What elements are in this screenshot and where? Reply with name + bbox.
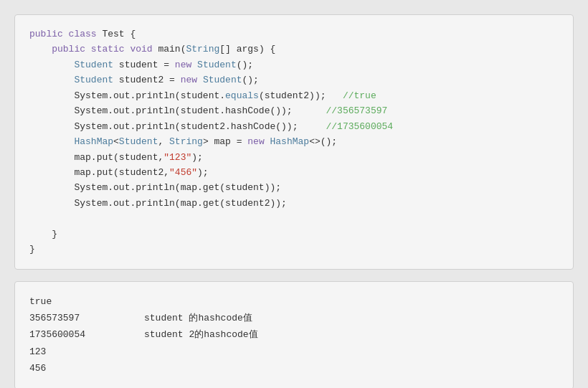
output-line: 123 xyxy=(29,344,559,360)
code-token: ); xyxy=(191,152,203,163)
code-token: //true xyxy=(343,90,376,101)
code-token xyxy=(197,75,203,85)
output-line: 1735600054student 2的hashcode值 xyxy=(29,326,559,343)
code-line: System.out.println(student2.hashCode());… xyxy=(29,119,559,134)
code-token: Student xyxy=(203,75,242,85)
code-line: System.out.println(student.equals(studen… xyxy=(29,88,559,103)
code-token: map.put(student2, xyxy=(74,167,169,178)
code-token: public static void xyxy=(52,44,152,55)
code-token: student2 = xyxy=(113,75,181,85)
code-token: System.out.println(student. xyxy=(74,90,225,101)
output-line: 356573597student 的hashcode值 xyxy=(29,310,559,326)
code-token: } xyxy=(29,244,35,255)
code-line: System.out.println(map.get(student2)); xyxy=(29,196,559,211)
code-token: student = xyxy=(113,60,175,70)
code-token: //1735600054 xyxy=(326,121,393,132)
output-line: 456 xyxy=(29,360,559,377)
code-token: (); xyxy=(242,75,258,85)
code-token: HashMap xyxy=(74,136,113,147)
code-token: main( xyxy=(153,44,186,55)
code-token: public class xyxy=(29,29,97,39)
code-line: System.out.println(student.hashCode()); … xyxy=(29,103,559,118)
output-panel: true356573597student 的hashcode值173560005… xyxy=(14,281,574,388)
output-label: student 2的hashcode值 xyxy=(144,326,559,343)
code-token: //356573597 xyxy=(326,105,387,116)
code-token: Student xyxy=(119,136,158,147)
code-token: String xyxy=(169,136,203,147)
code-line: Student student2 = new Student(); xyxy=(29,72,559,87)
code-token: < xyxy=(113,136,119,147)
code-token: String xyxy=(186,44,219,55)
code-token: Student xyxy=(197,60,237,70)
code-token: System.out.println(map.get(student)); xyxy=(74,182,281,193)
output-line: true xyxy=(29,293,559,310)
code-line: } xyxy=(29,242,559,257)
code-line: map.put(student2,"456"); xyxy=(29,165,559,180)
code-token: new xyxy=(247,136,264,147)
code-token: HashMap xyxy=(270,136,310,147)
code-token: new xyxy=(175,60,191,70)
code-token: Student xyxy=(74,60,113,70)
code-token: new xyxy=(181,75,197,85)
output-value: 356573597 xyxy=(29,310,144,326)
code-line: public class Test { xyxy=(29,27,559,42)
code-token: > map = xyxy=(203,136,247,147)
code-line: map.put(student,"123"); xyxy=(29,150,559,165)
code-line xyxy=(29,211,559,226)
code-token: System.out.println(student2.hashCode()); xyxy=(74,121,326,132)
code-editor: public class Test { public static void m… xyxy=(14,14,574,270)
code-token: map.put(student, xyxy=(74,152,163,163)
code-token xyxy=(265,136,270,147)
code-token: , xyxy=(158,136,169,147)
code-line: System.out.println(map.get(student)); xyxy=(29,180,559,195)
code-token: <>(); xyxy=(309,136,337,147)
code-token xyxy=(191,60,197,70)
code-line: HashMap<Student, String> map = new HashM… xyxy=(29,134,559,149)
code-token: Test { xyxy=(97,29,136,39)
code-line: public static void main(String[] args) { xyxy=(29,42,559,57)
code-token: } xyxy=(52,229,57,240)
code-token: (student2)); xyxy=(259,90,343,101)
code-token: ); xyxy=(197,167,209,178)
code-token: "123" xyxy=(163,152,191,163)
code-token: equals xyxy=(225,90,259,101)
output-label: student 的hashcode值 xyxy=(144,310,559,326)
code-token: System.out.println(student.hashCode()); xyxy=(74,105,326,116)
code-token: "456" xyxy=(169,167,197,178)
code-line: Student student = new Student(); xyxy=(29,57,559,72)
code-token: (); xyxy=(237,60,253,70)
code-token: System.out.println(map.get(student2)); xyxy=(74,198,286,209)
code-token: [] args) { xyxy=(219,44,275,55)
code-token: Student xyxy=(74,75,113,85)
output-value: 1735600054 xyxy=(29,326,144,343)
code-line: } xyxy=(29,227,559,242)
